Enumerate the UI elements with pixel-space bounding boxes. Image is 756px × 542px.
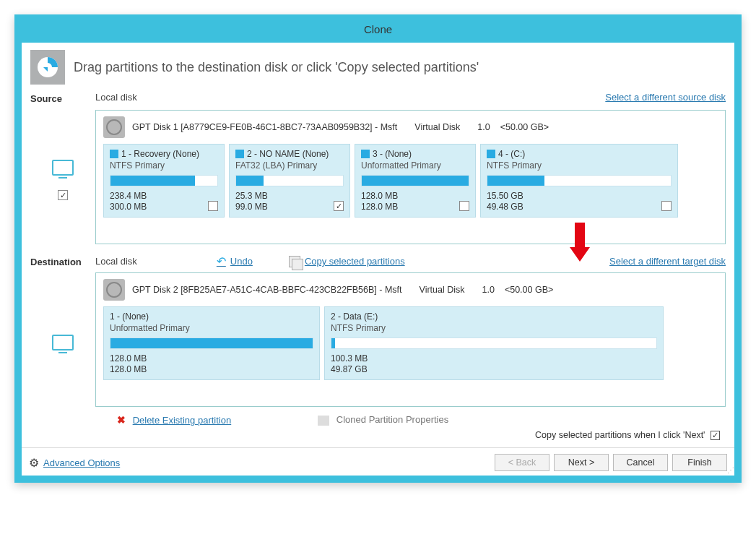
partition-sizes: 238.4 MB300.0 MB [110,191,218,212]
usage-bar [110,337,313,349]
source-disk-panel: GPT Disk 1 [A8779CE9-FE0B-46C1-8BC7-73AA… [95,110,726,244]
copy-on-next-label: Copy selected partitions when I click 'N… [535,430,705,440]
delete-partition-label: Delete Existing partition [133,415,232,426]
source-disk-header: GPT Disk 1 [A8779CE9-FE0B-46C1-8BC7-73AA… [103,116,718,138]
footer: ⚙ Advanced Options < Back Next > Cancel … [22,447,734,476]
partition-title: 2 - Data (E:) [331,311,378,322]
copy-icon [289,256,300,267]
partition-tile[interactable]: 4 - (C:)NTFS Primary15.50 GB49.48 GB [480,144,678,218]
resize-grip[interactable]: ⋰ [727,466,733,474]
partition-tile[interactable]: 3 - (None)Unformatted Primary128.0 MB128… [355,144,476,218]
partition-fs: Unformatted Primary [110,323,313,333]
partition-sizes: 128.0 MB128.0 MB [110,353,313,375]
partition-checkbox[interactable]: ✓ [334,201,344,211]
sliders-icon: ⚙ [29,456,39,470]
source-header: Source Local disk Select a different sou… [30,92,726,104]
partition-sizes: 128.0 MB128.0 MB [361,191,469,212]
instruction-row: Drag partitions to the destination disk … [30,50,726,85]
partition-title: 1 - Recovery (None) [121,149,199,159]
partition-tile[interactable]: 1 - (None)Unformatted Primary128.0 MB128… [103,306,320,380]
monitor-icon [52,335,74,350]
delete-icon: ✖ [117,414,126,426]
usage-bar [110,175,218,186]
undo-label: Undo [230,256,253,267]
select-target-link[interactable]: Select a different target disk [609,256,726,267]
cancel-button[interactable]: Cancel [613,454,668,471]
under-actions-row: ✖ Delete Existing partition Cloned Parti… [30,414,726,426]
dest-host-icon-col [30,272,95,407]
destination-disk-header: GPT Disk 2 [8FB25AE7-A51C-4CAB-BBFC-423C… [103,279,718,301]
partition-tile[interactable]: 2 - Data (E:)NTFS Primary100.3 MB49.87 G… [324,306,664,380]
dest-disk-size: <50.00 GB> [505,285,553,295]
source-disk-type: Virtual Disk [414,122,460,132]
hdd-icon [103,116,125,138]
partition-tile[interactable]: 1 - Recovery (None)NTFS Primary238.4 MB3… [103,144,225,218]
hdd-icon [103,279,125,301]
source-disk-size: <50.00 GB> [500,122,549,132]
partition-checkbox[interactable] [661,201,672,211]
usage-bar [331,337,657,349]
copy-on-next-row: Copy selected partitions when I click 'N… [30,430,720,440]
delete-partition-button[interactable]: ✖ Delete Existing partition [117,414,231,426]
undo-icon: ↶ [217,254,226,268]
partition-sizes: 25.3 MB99.0 MB [235,191,344,212]
partition-checkbox[interactable] [459,201,469,211]
next-button[interactable]: Next > [554,454,609,471]
copy-selected-label: Copy selected partitions [305,256,405,267]
cloned-properties-label: Cloned Partition Properties [336,414,448,425]
partition-title: 3 - (None) [373,149,412,159]
windows-icon [361,150,370,158]
windows-icon [110,150,118,158]
undo-button[interactable]: ↶ Undo [217,254,253,268]
source-label: Source [30,92,95,104]
usage-bar [361,175,469,186]
back-button[interactable]: < Back [495,454,549,471]
partition-fs: Unformatted Primary [361,160,469,171]
destination-disk-panel: GPT Disk 2 [8FB25AE7-A51C-4CAB-BBFC-423C… [95,272,726,407]
usage-bar [235,175,344,186]
clone-icon [30,50,65,85]
partition-sizes: 15.50 GB49.48 GB [487,191,672,212]
destination-label: Destination [30,255,95,267]
monitor-icon [52,160,74,176]
usage-bar [487,175,672,186]
partition-fs: NTFS Primary [487,160,672,171]
advanced-options-link[interactable]: Advanced Options [43,457,120,468]
partition-title: 2 - NO NAME (None) [247,149,329,159]
partition-sizes: 100.3 MB49.87 GB [331,353,657,375]
source-disk-checkbox[interactable]: ✓ [58,190,68,200]
clone-wizard-window: Clone Drag partitions to the destination… [14,14,742,483]
select-source-link[interactable]: Select a different source disk [605,92,726,103]
partition-tile[interactable]: 2 - NO NAME (None)FAT32 (LBA) Primary25.… [229,144,350,218]
dest-disk-label: GPT Disk 2 [8FB25AE7-A51C-4CAB-BBFC-423C… [132,285,402,295]
source-sublabel: Local disk [95,92,137,103]
dest-disk-type: Virtual Disk [420,285,465,295]
partition-title: 1 - (None) [110,311,149,322]
partition-title: 4 - (C:) [498,149,525,159]
window-title: Clone [20,20,736,43]
destination-sublabel: Local disk [95,256,137,267]
properties-icon [318,416,329,426]
destination-header: Destination Local disk ↶ Undo Copy selec… [30,254,726,268]
red-arrow-indicator [571,223,588,259]
source-disk-label: GPT Disk 1 [A8779CE9-FE0B-46C1-8BC7-73AA… [132,122,397,132]
instruction-text: Drag partitions to the destination disk … [74,60,479,75]
content-area: Drag partitions to the destination disk … [22,43,734,447]
finish-button[interactable]: Finish [672,454,727,471]
partition-fs: NTFS Primary [331,323,657,333]
windows-icon [235,150,244,158]
copy-on-next-checkbox[interactable]: ✓ [711,431,720,440]
dest-disk-ver: 1.0 [482,285,495,295]
source-host-icon-col: ✓ [30,110,95,244]
cloned-properties-button[interactable]: Cloned Partition Properties [318,414,448,426]
partition-fs: FAT32 (LBA) Primary [235,160,344,171]
partition-fs: NTFS Primary [110,160,218,171]
windows-icon [487,150,495,158]
partition-checkbox[interactable] [208,201,218,211]
copy-selected-button[interactable]: Copy selected partitions [289,256,405,267]
source-disk-ver: 1.0 [477,122,490,132]
